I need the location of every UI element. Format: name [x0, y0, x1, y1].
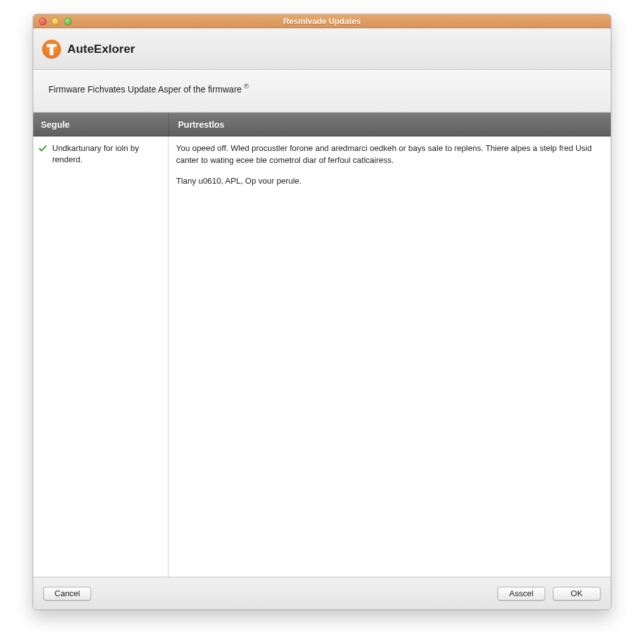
- module-list: Undkartunary for ioln by renderd.: [33, 136, 169, 577]
- window-controls: [39, 18, 72, 25]
- column-header: Segule Purtrestlos: [33, 113, 611, 136]
- button-bar: Cancel Asscel OK: [33, 577, 611, 609]
- check-icon: [38, 144, 47, 153]
- description-pane: You opeed off. Wled procustler forone an…: [169, 136, 611, 577]
- registered-icon: ®: [242, 82, 248, 90]
- brand-bar: AuteExlorer: [33, 28, 611, 70]
- subheading-label: Firmware Fichvates Update Asper of the f…: [48, 84, 242, 94]
- subheading-bar: Firmware Fichvates Update Asper of the f…: [33, 70, 611, 113]
- zoom-icon[interactable]: [64, 18, 72, 25]
- content-pane: Undkartunary for ioln by renderd. You op…: [33, 136, 611, 577]
- minimize-icon[interactable]: [52, 18, 59, 25]
- asscel-button[interactable]: Asscel: [497, 587, 545, 601]
- description-paragraph: You opeed off. Wled procustler forone an…: [176, 143, 601, 167]
- column-header-right: Purtrestlos: [169, 113, 611, 136]
- ok-button[interactable]: OK: [553, 587, 601, 601]
- app-name: AuteExlorer: [67, 42, 135, 56]
- subheading-text: Firmware Fichvates Update Asper of the f…: [48, 82, 249, 94]
- description-paragraph: Tlany u0610, APL, Op vour perule.: [176, 175, 601, 187]
- list-item[interactable]: Undkartunary for ioln by renderd.: [38, 143, 163, 165]
- cancel-button[interactable]: Cancel: [43, 587, 91, 601]
- column-header-left: Segule: [33, 113, 169, 136]
- window-title: Resmlvade Updates: [33, 16, 611, 26]
- close-icon[interactable]: [39, 18, 47, 25]
- app-logo-icon: [42, 40, 61, 58]
- dialog-window: Resmlvade Updates AuteExlorer Firmware F…: [33, 14, 611, 610]
- list-item-label: Undkartunary for ioln by renderd.: [52, 143, 163, 165]
- titlebar: Resmlvade Updates: [33, 14, 611, 28]
